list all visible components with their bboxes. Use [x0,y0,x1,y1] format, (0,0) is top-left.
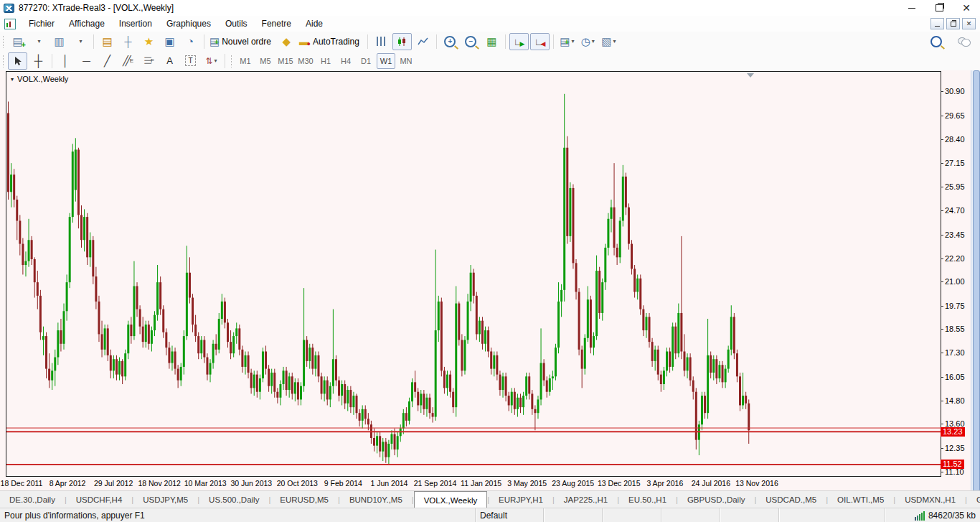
chart-tab-eu-50-h1[interactable]: EU.50.,H1 [619,491,676,508]
chart-tab-eurjpy-h1[interactable]: EURJPY,H1 [489,491,552,508]
metaeditor-button[interactable]: ◆ [277,33,296,50]
tile-windows-button[interactable]: ▦ [482,33,501,50]
candle-down [31,240,33,259]
text-label-button[interactable]: T [181,52,200,70]
close-button[interactable]: ✕ [953,0,980,16]
candle-down [613,208,616,248]
market-watch-button[interactable]: ▤ [98,33,117,50]
chart-tab-usdjpy-m5[interactable]: USDJPY,M5 [133,491,197,508]
chart-shift-button[interactable]: ∟◀ [530,33,550,50]
candle-up [701,396,703,424]
indicators-button[interactable]: ▤+▾ [557,33,577,50]
candle-up [672,327,674,367]
profiles-dropdown[interactable]: ▾ [70,33,90,50]
chart-plot[interactable]: ▾ VOLX.,Weekly [6,71,941,477]
chart-tab-bund10y-m5[interactable]: BUND10Y.,M5 [340,491,412,508]
child-close-button[interactable]: ✕ [962,18,976,29]
child-minimize-button[interactable] [930,18,944,29]
cursor-button[interactable] [8,52,27,70]
chart-shift-marker[interactable] [747,73,754,78]
menu-item-graphiques[interactable]: Graphiques [159,17,218,31]
menu-item-affichage[interactable]: Affichage [62,17,112,31]
new-order-button[interactable]: ▤+ Nouvel ordre [208,33,275,50]
timeframe-m15[interactable]: M15 [276,53,295,69]
menu-item-insertion[interactable]: Insertion [112,17,159,31]
chart-tab-usdmxn-h1[interactable]: USDMXN.,H1 [895,491,965,508]
candle-up [329,386,331,400]
vertical-line-button[interactable]: │ [56,52,75,70]
auto-scroll-button[interactable]: ∟▶ [509,33,529,50]
data-window-button[interactable]: ┼ [118,33,138,50]
price-axis[interactable]: 30.9029.6528.4027.1525.9524.7023.4522.20… [942,70,971,490]
vertical-scrollbar[interactable] [971,70,980,490]
bar-chart-button[interactable] [372,33,391,50]
timeframe-m5[interactable]: M5 [256,53,275,69]
candle-up [341,384,343,396]
chart-tab-de-30-daily[interactable]: DE.30.,Daily [0,491,65,508]
new-chart-dropdown[interactable]: ▾ [29,33,48,50]
toolbar-grip[interactable] [2,35,4,48]
timeframe-mn[interactable]: MN [397,53,415,69]
time-axis[interactable]: 18 Dec 20118 Apr 201229 Jul 201218 Nov 2… [0,478,941,490]
zoom-in-button[interactable]: + [440,33,460,50]
periods-button[interactable]: ◷▾ [578,33,598,50]
navigator-button[interactable]: ★ [139,33,159,50]
timeframe-w1[interactable]: W1 [377,53,395,69]
timeframe-h4[interactable]: H4 [336,53,355,69]
equidistant-channel-button[interactable]: ╱╱E [118,52,138,70]
date-tick-label: 3 May 2015 [507,479,547,488]
restore-button[interactable] [925,0,953,16]
profiles-button[interactable]: ▥ [50,33,69,50]
menu-item-fichier[interactable]: Fichier [22,17,62,31]
community-chat-button[interactable] [954,33,974,50]
timeframe-m30[interactable]: M30 [296,53,315,69]
candle-down [514,392,516,409]
toolbar-grip[interactable] [2,55,4,67]
strategy-tester-button[interactable]: ◔ [181,33,200,50]
chart-tab-golds-m5[interactable]: GOLDs.,M5 [967,491,980,508]
line-chart-button[interactable] [413,33,433,50]
timeframe-m1[interactable]: M1 [236,53,255,69]
minimize-button[interactable] [898,0,925,16]
templates-button[interactable]: ▧▾ [599,33,618,50]
trendline-button[interactable]: ╱ [98,52,117,70]
text-icon: A [166,56,173,65]
chart-symbol-label[interactable]: ▾ VOLX.,Weekly [11,75,68,83]
chart-tab-gbpusd-daily[interactable]: GBPUSD.,Daily [678,491,755,508]
timeframe-h1[interactable]: H1 [316,53,335,69]
chart-tab-eurusd-m5[interactable]: EURUSD,M5 [270,491,338,508]
horizontal-line-button[interactable]: ─ [77,52,96,70]
trendline-icon: ╱ [104,55,110,66]
child-restore-button[interactable] [946,18,960,29]
chart-tab-volx-weekly[interactable]: VOLX.,Weekly [414,491,488,508]
zoom-out-button[interactable]: − [461,33,481,50]
scrollbar-thumb[interactable] [973,70,980,492]
zoom-out-icon: − [465,36,476,47]
autotrading-button[interactable]: ▬● AutoTrading [298,33,364,50]
candle-down [165,332,167,348]
timeframe-d1[interactable]: D1 [357,53,375,69]
fibonacci-button[interactable]: ☰F [139,52,159,70]
arrows-button[interactable]: ⇅▾ [202,52,221,70]
terminal-button[interactable]: ▣ [160,33,179,50]
menu-item-fenetre[interactable]: Fenetre [255,17,298,31]
menu-item-outils[interactable]: Outils [218,17,255,31]
candle-up [584,338,586,369]
candle-up [557,302,560,348]
chart-tab-usdchf-h4[interactable]: USDCHF,H4 [67,491,132,508]
new-chart-button[interactable]: ▤+ [8,33,27,50]
candlestick-chart-button[interactable] [392,33,412,50]
chart-tab-oil-wti-m5[interactable]: OIL.WTI.,M5 [828,491,893,508]
candle-down [499,375,501,390]
chart-tab-us-500-daily[interactable]: US.500.,Daily [199,491,268,508]
menu-item-aide[interactable]: Aide [298,17,330,31]
chart-tab-usdcad-m5[interactable]: USDCAD.,M5 [756,491,826,508]
search-button[interactable] [926,33,946,50]
crosshair-button[interactable]: ┼ [29,52,48,70]
toolbar-grip[interactable] [230,55,232,67]
status-profile[interactable]: Default [475,508,543,522]
text-button[interactable]: A [160,52,179,70]
chart-tab-jap225-h1[interactable]: JAP225.,H1 [555,491,617,508]
candle-down [39,296,42,332]
chart-window-icon[interactable] [4,19,16,29]
